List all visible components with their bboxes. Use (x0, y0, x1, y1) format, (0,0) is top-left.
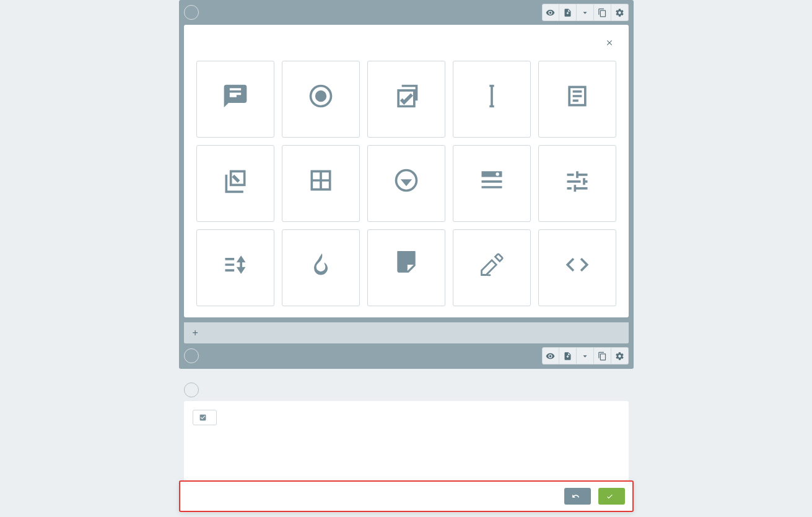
settings-button[interactable] (611, 347, 629, 365)
qtype-single-choice[interactable] (282, 61, 360, 138)
page1-header (179, 0, 634, 25)
qtype-multi-line[interactable] (538, 61, 616, 138)
qtype-form[interactable] (196, 145, 274, 222)
grid-icon (307, 166, 335, 195)
form-edit-icon (221, 166, 250, 195)
new-question-bar[interactable]: + (184, 322, 629, 343)
page1-footer-toolbar (542, 347, 629, 365)
page-block-1: + (179, 0, 634, 369)
caret-button[interactable] (577, 347, 594, 365)
page-block-2 (179, 379, 634, 488)
sliders-icon (563, 166, 592, 195)
copy-button[interactable] (594, 4, 611, 21)
add-page-button[interactable] (559, 347, 577, 365)
ranking-icon (221, 250, 250, 279)
chat-icon (221, 82, 250, 110)
question-type-grid (196, 61, 616, 306)
pending-changes-alert (179, 480, 634, 512)
qtype-autocomplete[interactable] (453, 145, 531, 222)
qtype-signature[interactable] (453, 229, 531, 306)
qtype-heatmap[interactable] (282, 229, 360, 306)
check-icon (606, 492, 614, 500)
settings-button[interactable] (611, 4, 629, 21)
plus-icon: + (193, 328, 198, 338)
preview-button[interactable] (542, 4, 559, 21)
page-number-badge (184, 5, 199, 20)
page-number-badge-footer (184, 348, 199, 363)
reject-changes-button[interactable] (564, 488, 591, 505)
page2-header (179, 379, 634, 401)
apply-changes-button[interactable] (598, 488, 625, 505)
flame-icon (307, 250, 335, 279)
add-page-button[interactable] (559, 4, 577, 21)
signature-icon (478, 250, 506, 279)
copy-button[interactable] (594, 347, 611, 365)
page-number-badge (184, 382, 199, 397)
file-upload-icon (392, 250, 421, 279)
question-card[interactable] (184, 401, 629, 488)
checkbox-stack-icon (392, 82, 421, 110)
radio-icon (307, 82, 335, 110)
qtype-file-upload[interactable] (367, 229, 445, 306)
checkbox-icon (199, 413, 207, 422)
autocomplete-icon (478, 166, 506, 195)
document-lines-icon (563, 82, 592, 110)
preview-button[interactable] (542, 347, 559, 365)
undo-icon (572, 492, 580, 500)
caret-button[interactable] (577, 4, 594, 21)
qtype-single-line[interactable] (453, 61, 531, 138)
dropdown-circle-icon (392, 166, 421, 195)
qtype-ranking[interactable] (196, 229, 274, 306)
qtype-matrix[interactable] (282, 145, 360, 222)
page1-footer (179, 343, 634, 368)
text-cursor-icon (478, 82, 506, 110)
qtype-sliders[interactable] (538, 145, 616, 222)
close-icon[interactable] (603, 36, 616, 50)
qtype-multi-choice[interactable] (367, 61, 445, 138)
question-type-panel (184, 25, 629, 317)
question-tag (193, 410, 217, 425)
qtype-html-block[interactable] (538, 229, 616, 306)
page1-toolbar (542, 4, 629, 21)
qtype-infoblock[interactable] (196, 61, 274, 138)
qtype-dropdown[interactable] (367, 145, 445, 222)
code-icon (563, 250, 592, 279)
